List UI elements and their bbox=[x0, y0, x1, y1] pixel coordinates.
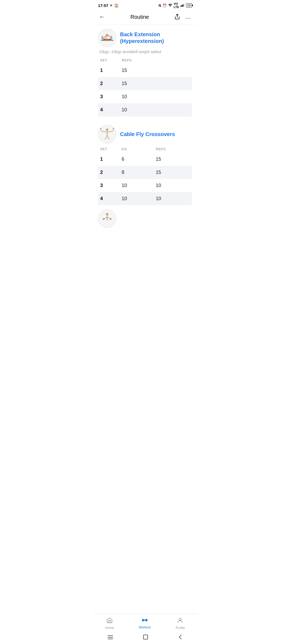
exercise-header-partial bbox=[98, 210, 192, 228]
nfc-icon: N bbox=[158, 3, 161, 8]
set-reps: 15 bbox=[156, 170, 190, 175]
exercise-name-back-extension: Back Extension(Hyperextension) bbox=[120, 31, 164, 45]
set-reps: 10 bbox=[156, 183, 190, 188]
svg-rect-3 bbox=[183, 4, 183, 7]
header: ← Routine ... bbox=[93, 10, 197, 24]
set-row: 2 15 bbox=[98, 77, 192, 90]
set-row: 3 10 10 bbox=[98, 179, 192, 192]
svg-rect-4 bbox=[184, 3, 184, 7]
more-button[interactable]: ... bbox=[184, 13, 192, 21]
set-reps: 10 bbox=[122, 94, 190, 100]
set-reps: 10 bbox=[156, 196, 190, 202]
svg-point-11 bbox=[103, 39, 105, 40]
svg-rect-7 bbox=[102, 36, 103, 41]
set-row: 4 10 10 bbox=[98, 192, 192, 205]
svg-rect-8 bbox=[111, 36, 112, 41]
set-row: 1 15 bbox=[98, 64, 192, 77]
svg-point-17 bbox=[103, 218, 104, 220]
exercise-section-back-extension: Back Extension(Hyperextension) 10kgs -15… bbox=[93, 24, 197, 116]
status-icon-home: 🏠 bbox=[114, 3, 119, 8]
exercise-section-cable-fly: Cable Fly Crossovers SET KG REPS 1 6 15 … bbox=[93, 121, 197, 205]
set-reps: 15 bbox=[122, 81, 190, 86]
status-bar: 17:57 ✳ 🏠 N ⏰ VOLTE 69 bbox=[93, 0, 197, 10]
set-number: 2 bbox=[100, 81, 122, 86]
set-number: 3 bbox=[100, 183, 122, 188]
alarm-icon: ⏰ bbox=[162, 3, 167, 8]
svg-point-15 bbox=[113, 128, 114, 129]
col-reps: REPS bbox=[122, 58, 190, 62]
lte-icon: VOLTE bbox=[174, 2, 179, 9]
exercise-note-back-extension: 10kgs -15kgs dumbbell weight added bbox=[98, 50, 192, 54]
exercise-section-partial bbox=[93, 205, 197, 228]
svg-point-16 bbox=[106, 213, 108, 215]
col-set: SET bbox=[100, 147, 122, 151]
set-kg: 6 bbox=[122, 156, 156, 162]
set-number: 1 bbox=[100, 68, 122, 73]
exercise-divider bbox=[93, 116, 197, 121]
svg-rect-2 bbox=[182, 5, 182, 7]
sets-table-cable-fly: SET KG REPS 1 6 15 2 8 15 3 10 10 4 10 bbox=[98, 146, 192, 205]
col-reps: REPS bbox=[156, 147, 190, 151]
svg-point-0 bbox=[170, 6, 171, 7]
exercise-header: Back Extension(Hyperextension) bbox=[98, 29, 192, 47]
col-set: SET bbox=[100, 58, 122, 62]
set-reps: 15 bbox=[122, 68, 190, 73]
svg-point-14 bbox=[100, 128, 102, 129]
svg-rect-1 bbox=[180, 6, 181, 7]
set-reps: 15 bbox=[156, 156, 190, 162]
sets-header-back-extension: SET REPS bbox=[98, 57, 192, 63]
status-time: 17:57 bbox=[98, 3, 108, 8]
set-number: 1 bbox=[100, 156, 122, 162]
more-icon: ... bbox=[186, 14, 191, 20]
set-number: 4 bbox=[100, 196, 122, 202]
set-number: 2 bbox=[100, 170, 122, 175]
share-button[interactable] bbox=[173, 13, 181, 21]
header-right: ... bbox=[173, 13, 192, 21]
set-number: 4 bbox=[100, 107, 122, 113]
set-reps: 10 bbox=[122, 107, 190, 113]
sets-header-cable-fly: SET KG REPS bbox=[98, 146, 192, 152]
status-icons: N ⏰ VOLTE 69 bbox=[158, 2, 192, 9]
svg-point-18 bbox=[110, 218, 111, 220]
exercise-avatar-partial bbox=[98, 210, 116, 228]
set-row: 3 10 bbox=[98, 90, 192, 103]
set-kg: 10 bbox=[122, 196, 156, 202]
svg-point-12 bbox=[109, 39, 111, 40]
wifi-icon bbox=[168, 3, 172, 8]
svg-rect-10 bbox=[105, 39, 110, 40]
set-kg: 8 bbox=[122, 170, 156, 175]
signal-icon bbox=[180, 3, 185, 8]
header-left: ← bbox=[98, 12, 106, 21]
status-icon-fan: ✳ bbox=[110, 3, 113, 8]
exercise-name-cable-fly: Cable Fly Crossovers bbox=[120, 131, 175, 138]
sets-table-back-extension: SET REPS 1 15 2 15 3 10 4 10 bbox=[98, 57, 192, 116]
back-button[interactable]: ← bbox=[98, 12, 106, 21]
exercise-header-cable-fly: Cable Fly Crossovers bbox=[98, 125, 192, 143]
page-title: Routine bbox=[130, 14, 149, 20]
set-row: 4 10 bbox=[98, 103, 192, 116]
col-kg: KG bbox=[122, 147, 156, 151]
set-number: 3 bbox=[100, 94, 122, 100]
set-row: 2 8 15 bbox=[98, 166, 192, 179]
exercise-avatar-cable-fly bbox=[98, 125, 116, 143]
set-kg: 10 bbox=[122, 183, 156, 188]
content: Back Extension(Hyperextension) 10kgs -15… bbox=[93, 24, 197, 252]
battery-icon: 69 bbox=[186, 3, 192, 8]
exercise-avatar-back-extension bbox=[98, 29, 116, 47]
set-row: 1 6 15 bbox=[98, 153, 192, 166]
